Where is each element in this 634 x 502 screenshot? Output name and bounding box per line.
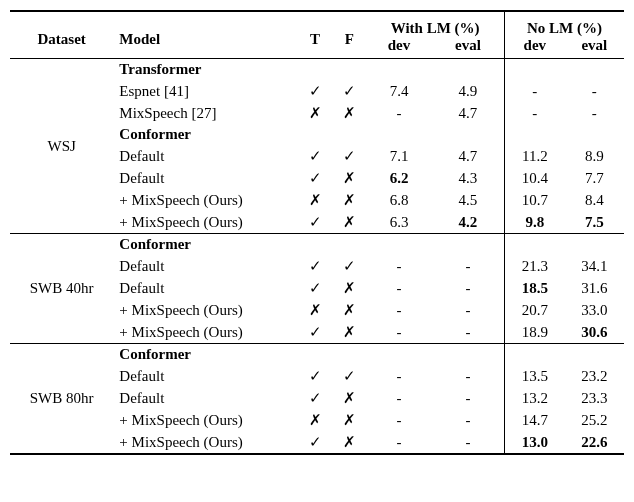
- table-cell: 18.9: [505, 321, 565, 344]
- check-icon: ✓: [343, 82, 356, 99]
- table-cell: 25.2: [565, 409, 624, 431]
- f-cell: ✓: [332, 365, 366, 387]
- table-cell: 23.2: [565, 365, 624, 387]
- table-cell: 10.4: [505, 167, 565, 189]
- check-icon: ✓: [309, 323, 322, 340]
- t-cell: ✓: [298, 145, 332, 167]
- cross-icon: ✗: [309, 104, 322, 121]
- model-cell: Default: [113, 255, 298, 277]
- col-nolm: No LM (%): [505, 11, 624, 37]
- model-cell: Espnet [41]: [113, 80, 298, 102]
- table-cell: 20.7: [505, 299, 565, 321]
- section-title: Conformer: [113, 344, 298, 366]
- table-cell: 6.2: [366, 167, 432, 189]
- table-cell: -: [432, 431, 505, 454]
- t-cell: ✓: [298, 387, 332, 409]
- check-icon: ✓: [309, 82, 322, 99]
- cross-icon: ✗: [309, 301, 322, 318]
- table-cell: -: [505, 80, 565, 102]
- table-cell: 7.5: [565, 211, 624, 234]
- table-cell: 30.6: [565, 321, 624, 344]
- cross-icon: ✗: [343, 213, 356, 230]
- table-cell: 21.3: [505, 255, 565, 277]
- table-cell: -: [565, 80, 624, 102]
- model-cell: + MixSpeech (Ours): [113, 189, 298, 211]
- table-cell: -: [432, 387, 505, 409]
- check-icon: ✓: [343, 147, 356, 164]
- check-icon: ✓: [309, 433, 322, 450]
- f-cell: ✗: [332, 102, 366, 124]
- t-cell: ✓: [298, 365, 332, 387]
- t-cell: ✗: [298, 299, 332, 321]
- model-cell: Default: [113, 167, 298, 189]
- table-cell: 18.5: [505, 277, 565, 299]
- model-cell: + MixSpeech (Ours): [113, 431, 298, 454]
- col-model: Model: [113, 11, 298, 59]
- f-cell: ✓: [332, 145, 366, 167]
- table-cell: -: [432, 277, 505, 299]
- table-cell: 9.8: [505, 211, 565, 234]
- f-cell: ✓: [332, 80, 366, 102]
- table-cell: 4.7: [432, 102, 505, 124]
- table-cell: 7.4: [366, 80, 432, 102]
- check-icon: ✓: [309, 389, 322, 406]
- col-withlm: With LM (%): [366, 11, 504, 37]
- model-cell: + MixSpeech (Ours): [113, 299, 298, 321]
- table-cell: 34.1: [565, 255, 624, 277]
- results-table: Dataset Model T F With LM (%) No LM (%) …: [10, 10, 624, 455]
- section-title: Conformer: [113, 124, 298, 145]
- f-cell: ✗: [332, 211, 366, 234]
- f-cell: ✗: [332, 167, 366, 189]
- t-cell: ✗: [298, 409, 332, 431]
- table-cell: 7.7: [565, 167, 624, 189]
- f-cell: ✗: [332, 277, 366, 299]
- section-title: Transformer: [113, 59, 298, 81]
- check-icon: ✓: [343, 257, 356, 274]
- table-cell: -: [432, 255, 505, 277]
- col-wlm-dev: dev: [366, 37, 432, 59]
- f-cell: ✗: [332, 189, 366, 211]
- check-icon: ✓: [309, 169, 322, 186]
- table-cell: 6.3: [366, 211, 432, 234]
- table-cell: -: [432, 365, 505, 387]
- col-wlm-eval: eval: [432, 37, 505, 59]
- t-cell: ✓: [298, 255, 332, 277]
- model-cell: Default: [113, 145, 298, 167]
- t-cell: ✓: [298, 80, 332, 102]
- check-icon: ✓: [343, 367, 356, 384]
- table-cell: 10.7: [505, 189, 565, 211]
- cross-icon: ✗: [343, 104, 356, 121]
- check-icon: ✓: [309, 213, 322, 230]
- dataset-cell: SWB 80hr: [10, 344, 113, 455]
- table-cell: 33.0: [565, 299, 624, 321]
- model-cell: + MixSpeech (Ours): [113, 409, 298, 431]
- model-cell: + MixSpeech (Ours): [113, 211, 298, 234]
- table-cell: -: [366, 409, 432, 431]
- table-cell: -: [565, 102, 624, 124]
- t-cell: ✗: [298, 189, 332, 211]
- table-cell: -: [505, 102, 565, 124]
- cross-icon: ✗: [343, 389, 356, 406]
- check-icon: ✓: [309, 257, 322, 274]
- table-cell: -: [366, 387, 432, 409]
- dataset-cell: SWB 40hr: [10, 234, 113, 344]
- t-cell: ✓: [298, 277, 332, 299]
- table-cell: -: [366, 255, 432, 277]
- col-nlm-dev: dev: [505, 37, 565, 59]
- model-cell: Default: [113, 387, 298, 409]
- cross-icon: ✗: [343, 323, 356, 340]
- t-cell: ✓: [298, 211, 332, 234]
- model-cell: MixSpeech [27]: [113, 102, 298, 124]
- table-cell: 13.5: [505, 365, 565, 387]
- col-nlm-eval: eval: [565, 37, 624, 59]
- table-cell: 4.3: [432, 167, 505, 189]
- cross-icon: ✗: [343, 279, 356, 296]
- table-cell: 11.2: [505, 145, 565, 167]
- table-cell: 13.0: [505, 431, 565, 454]
- dataset-cell: WSJ: [10, 59, 113, 234]
- table-cell: 8.9: [565, 145, 624, 167]
- t-cell: ✓: [298, 431, 332, 454]
- t-cell: ✓: [298, 321, 332, 344]
- table-cell: -: [366, 431, 432, 454]
- table-cell: -: [366, 102, 432, 124]
